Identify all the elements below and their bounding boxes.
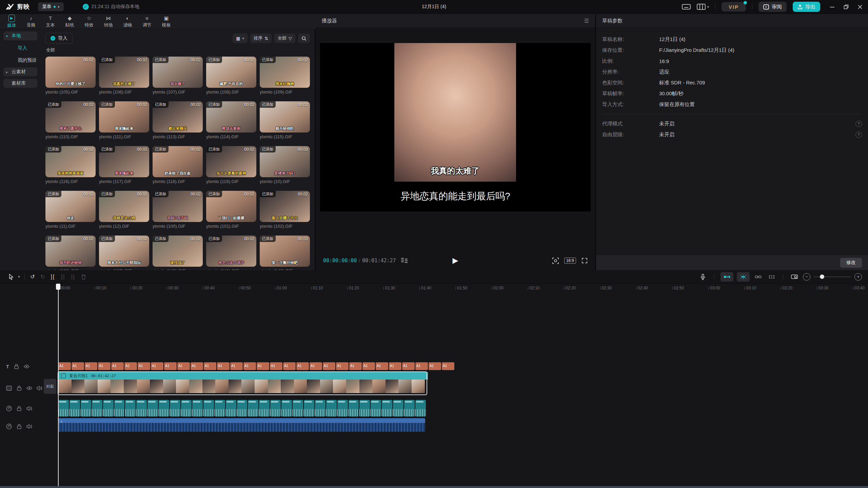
audio-segment[interactable] [259, 400, 270, 416]
tab-3[interactable]: T 文本 [41, 15, 60, 28]
audio-segment[interactable] [203, 400, 214, 416]
media-item[interactable]: 已添加 00:02 我不吃还给你 ytxmlo (103).GIF [45, 236, 96, 270]
tab-2[interactable]: ♪ 音频 [21, 15, 41, 28]
audio-segment[interactable] [393, 400, 403, 416]
media-item[interactable]: 已添加 00:02 周末嗨起来 ytxmlo (117).GIF [99, 146, 149, 184]
auto-linkage-toggle[interactable] [737, 272, 750, 282]
text-segment[interactable]: A1 [58, 362, 71, 370]
audio-segment[interactable] [136, 400, 147, 416]
media-item[interactable]: 已添加 00:02 我就是这么残 ytxmlo (12).GIF [99, 191, 149, 229]
shortcut-keyboard-icon[interactable] [682, 3, 691, 10]
audio-segment[interactable] [293, 400, 303, 416]
media-item[interactable]: 已添加 00:02 我真的太难了 ytxmlo (106).GIF [99, 57, 149, 95]
audio-segment[interactable] [159, 400, 169, 416]
audio-segment[interactable] [92, 400, 102, 416]
text-segment[interactable]: A1 [429, 362, 441, 370]
audio-segment[interactable] [81, 400, 91, 416]
text-segment[interactable]: A1 [138, 362, 150, 370]
delete-left-button[interactable]: ]| [58, 272, 68, 281]
music-clip[interactable]: ♪ [58, 418, 425, 432]
text-segment[interactable]: A1 [243, 362, 256, 370]
delete-button[interactable] [78, 272, 88, 281]
text-segment[interactable]: A1 [191, 362, 203, 370]
text-segment[interactable]: A1 [85, 362, 97, 370]
sort-button[interactable]: 排序⇅ [250, 34, 272, 43]
layout-switcher[interactable]: ▾ [697, 3, 709, 10]
media-item[interactable]: 已添加 00:02 奶茶给了我生命 ytxmlo (118).GIF [153, 146, 203, 184]
text-segment[interactable]: A1 [442, 362, 454, 370]
media-item[interactable]: 已添加 00:03 是猪来了吗? ytxmlo (10).GIF [260, 146, 310, 184]
media-item[interactable]: 已添加 00:02 我太难了 ytxmlo (107).GIF [153, 57, 203, 95]
magnetic-snap-toggle[interactable] [721, 272, 733, 282]
text-segment[interactable]: A1 [349, 362, 362, 370]
export-button[interactable]: 导出 [793, 2, 820, 12]
text-segment[interactable]: A1 [230, 362, 243, 370]
media-item[interactable]: 已添加 00:02 就不给你吃 ytxmlo (115).GIF [260, 101, 310, 140]
media-item[interactable]: 已添加 00:02 你怎么这个亚子 ytxmlo (141).GIF [206, 236, 256, 270]
media-item[interactable]: 已添加 00:02 周末为什么不陪我玩 ytxmlo (139).GIF [99, 236, 149, 270]
preview-canvas[interactable]: 我真的太难了 异地恋真的能走到最后吗? [320, 43, 591, 211]
audio-segment[interactable] [103, 400, 114, 416]
audio-segment[interactable] [181, 400, 192, 416]
audio-segment[interactable] [371, 400, 381, 416]
text-segment[interactable]: A1 [415, 362, 428, 370]
text-segment[interactable]: A1 [124, 362, 137, 370]
zoom-slider-handle[interactable] [820, 274, 824, 279]
text-segment[interactable]: A1 [98, 362, 111, 370]
tab-6[interactable]: ⋈ 转场 [99, 15, 118, 28]
media-item[interactable]: 已添加 00:02 带我去逛街 ytxmlo (114).GIF [206, 101, 256, 140]
record-voiceover-button[interactable] [698, 272, 708, 281]
speaker-icon[interactable] [26, 406, 32, 411]
ratio-selector[interactable]: 16:9 [564, 258, 576, 264]
filter-button[interactable]: 全部▽ [274, 34, 295, 43]
lock-icon[interactable] [14, 364, 19, 369]
audio-segment[interactable] [58, 400, 69, 416]
modify-button[interactable]: 修改 [840, 258, 862, 268]
text-segment[interactable]: A1 [257, 362, 269, 370]
tab-8[interactable]: ≡ 调节 [137, 15, 157, 28]
audio-segment[interactable] [237, 400, 248, 416]
audio-segment[interactable] [170, 400, 180, 416]
text-segment[interactable]: A1 [402, 362, 415, 370]
text-segment[interactable]: A1 [310, 362, 322, 370]
speaker-icon[interactable] [37, 385, 42, 391]
close-button[interactable] [857, 4, 863, 9]
restore-button[interactable] [844, 4, 849, 9]
review-button[interactable]: 审阅 [758, 2, 787, 12]
audio-segment[interactable] [382, 400, 392, 416]
text-segment[interactable]: A1 [204, 362, 216, 370]
zoom-in-button[interactable]: + [854, 273, 862, 281]
audio-segment[interactable] [70, 400, 80, 416]
media-item[interactable]: 00:02 你的小可爱上线了 ytxmlo (105).GIF [45, 57, 96, 95]
playhead-handle[interactable] [56, 284, 60, 290]
select-tool-button[interactable] [6, 272, 16, 281]
lock-icon[interactable] [16, 385, 22, 391]
sidebar-item-本地[interactable]: ▾ 本地 [3, 32, 37, 40]
preview-axis-button[interactable] [789, 272, 800, 281]
audio-segment[interactable] [215, 400, 225, 416]
text-segment[interactable]: A1 [283, 362, 296, 370]
sidebar-item-导入[interactable]: 导入 [3, 44, 37, 53]
media-item[interactable]: 已添加 00:02 周末好嗨哟 ytxmlo (109).GIF [260, 57, 310, 95]
lock-icon[interactable] [16, 424, 22, 429]
audio-segment[interactable] [415, 400, 426, 416]
media-item[interactable]: 已添加 00:02 都出来聊天 ytxmlo (113).GIF [153, 101, 203, 140]
media-item[interactable]: 已添加 00:02 周末了真开心 ytxmlo (110).GIF [45, 101, 96, 140]
text-segment[interactable]: A1 [362, 362, 375, 370]
audio-segment[interactable] [281, 400, 292, 416]
audio-segment[interactable] [337, 400, 348, 416]
text-segment[interactable]: A1 [336, 362, 349, 370]
info-icon[interactable]: ? [855, 131, 862, 138]
media-item[interactable]: 已添加 00:02 在吗?在干吗 ytxmlo (100).GIF [153, 191, 203, 229]
audio-segment[interactable] [404, 400, 415, 416]
frame-stack-icon[interactable] [401, 258, 408, 264]
lock-icon[interactable] [16, 406, 22, 411]
timeline[interactable]: 00:00 00:10 00:20 00:30 00:40 00:50 01:0… [0, 284, 868, 486]
audio-segment[interactable] [304, 400, 314, 416]
text-segment[interactable]: A1 [72, 362, 84, 370]
tab-9[interactable]: ▣ 模板 [157, 15, 176, 28]
speaker-icon[interactable] [26, 424, 32, 429]
text-segment[interactable]: A1 [151, 362, 163, 370]
link-toggle[interactable] [753, 272, 763, 281]
import-button[interactable]: + 导入 [45, 33, 73, 44]
